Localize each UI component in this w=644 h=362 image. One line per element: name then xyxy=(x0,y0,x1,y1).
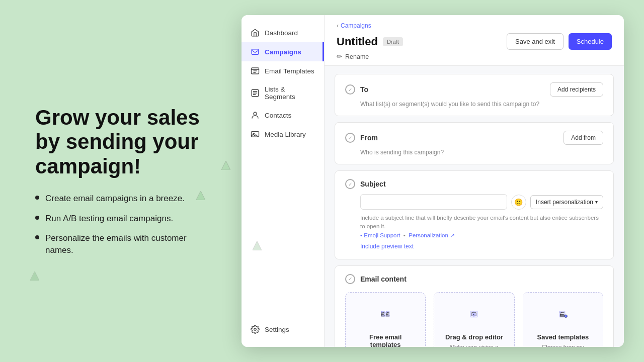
settings-label: Settings xyxy=(265,326,289,333)
sidebar-item-dashboard[interactable]: Dashboard xyxy=(242,23,324,42)
svg-rect-11 xyxy=(381,312,383,314)
rename-row: ✏ Rename xyxy=(337,53,612,60)
bullet-text-1: Create email campaigns in a breeze. xyxy=(45,193,185,205)
svg-point-9 xyxy=(254,328,257,331)
draft-badge: Draft xyxy=(383,37,403,46)
emoji-support-link[interactable]: • Emoji Support xyxy=(360,232,400,238)
sidebar-label-campaigns: Campaigns xyxy=(265,48,301,56)
drag-drop-icon-area xyxy=(456,301,492,328)
add-recipients-button[interactable]: Add recipients xyxy=(550,82,603,97)
sidebar-label-lists-segments: Lists & Segments xyxy=(265,85,315,101)
svg-rect-25 xyxy=(472,313,476,316)
lists-icon xyxy=(251,88,260,98)
email-content-section: Email content xyxy=(335,265,614,347)
svg-marker-1 xyxy=(221,161,230,170)
sidebar-label-email-templates: Email Templates xyxy=(265,67,314,75)
svg-marker-2 xyxy=(30,272,39,281)
emoji-button[interactable]: 🙂 xyxy=(511,195,526,210)
chevron-down-icon: ▾ xyxy=(595,199,598,205)
hero-title: Grow your sales by sending your campaign… xyxy=(35,106,216,178)
breadcrumb-arrow-icon: ‹ xyxy=(337,22,339,29)
svg-rect-19 xyxy=(388,312,389,313)
sidebar-item-email-templates[interactable]: Email Templates xyxy=(242,61,324,80)
svg-rect-20 xyxy=(388,313,389,313)
free-templates-card: Free email templates Choose from library… xyxy=(345,292,426,347)
title-area: Untitled Draft xyxy=(337,35,403,48)
saved-templates-card-title: Saved templates xyxy=(537,333,589,341)
bullet-item-2: Run A/B testing email campaigns. xyxy=(35,213,216,225)
bullet-item-3: Personalize the emails with customer nam… xyxy=(35,232,216,256)
content-check-icon xyxy=(345,274,355,284)
drag-drop-card: Drag & drop editor Make your vision a re… xyxy=(434,292,514,347)
header-row: Untitled Draft Save and exit Schedule xyxy=(337,33,612,50)
svg-rect-23 xyxy=(386,315,389,316)
to-title: To xyxy=(360,85,368,94)
bullet-dot xyxy=(35,235,39,239)
page-header: ‹ Campaigns Untitled Draft Save and exit… xyxy=(325,15,624,66)
sidebar: Dashboard Campaigns Email Templates List… xyxy=(242,15,325,347)
schedule-button[interactable]: Schedule xyxy=(569,33,612,50)
saved-templates-card-desc: Choose from my templates xyxy=(531,343,595,347)
add-from-button[interactable]: Add from xyxy=(564,131,603,145)
rename-button[interactable]: Rename xyxy=(345,53,369,60)
sidebar-item-settings[interactable]: Settings xyxy=(242,320,324,339)
svg-rect-15 xyxy=(381,314,384,315)
drag-drop-card-title: Drag & drop editor xyxy=(445,333,503,341)
home-icon xyxy=(251,28,260,37)
svg-rect-18 xyxy=(386,312,387,314)
subject-hint-text: Include a subject line that will briefly… xyxy=(360,215,599,229)
svg-rect-30 xyxy=(561,313,564,313)
bullet-dot xyxy=(35,196,39,200)
drag-drop-card-desc: Make your vision a reality! xyxy=(442,343,506,347)
svg-marker-3 xyxy=(253,241,262,250)
saved-templates-icon-area xyxy=(545,301,581,328)
save-exit-button[interactable]: Save and exit xyxy=(507,33,564,50)
to-section: To Add recipients What list(s) or segmen… xyxy=(335,74,614,116)
from-subtitle: Who is sending this campaign? xyxy=(360,149,603,156)
email-templates-icon xyxy=(251,66,260,75)
svg-rect-22 xyxy=(386,314,388,315)
sidebar-item-campaigns[interactable]: Campaigns xyxy=(242,42,324,61)
sidebar-label-contacts: Contacts xyxy=(265,112,291,119)
to-check-icon xyxy=(345,84,355,95)
svg-rect-14 xyxy=(381,314,384,314)
from-section: From Add from Who is sending this campai… xyxy=(335,122,614,164)
contacts-icon xyxy=(251,111,260,120)
breadcrumb-text[interactable]: Campaigns xyxy=(341,22,371,29)
insert-personalization-button[interactable]: Insert personalization ▾ xyxy=(530,195,603,209)
subject-hints: Include a subject line that will briefly… xyxy=(360,214,603,251)
preview-text-link[interactable]: Include preview text xyxy=(360,242,603,251)
svg-rect-32 xyxy=(560,315,564,315)
svg-rect-21 xyxy=(386,314,389,314)
svg-rect-28 xyxy=(560,312,561,314)
svg-rect-33 xyxy=(560,316,565,317)
bullet-item-1: Create email campaigns in a breeze. xyxy=(35,193,216,205)
left-panel: Grow your sales by sending your campaign… xyxy=(10,85,242,277)
free-templates-card-title: Free email templates xyxy=(354,333,417,347)
breadcrumb: ‹ Campaigns xyxy=(337,22,612,29)
svg-point-26 xyxy=(473,314,474,315)
bullet-text-3: Personalize the emails with customer nam… xyxy=(45,232,216,256)
email-content-header: Email content xyxy=(345,274,603,284)
svg-marker-0 xyxy=(196,191,205,200)
from-title: From xyxy=(360,134,378,142)
bullet-dot xyxy=(35,216,39,220)
page-title: Untitled xyxy=(337,35,378,48)
svg-rect-13 xyxy=(383,313,384,313)
sidebar-item-contacts[interactable]: Contacts xyxy=(242,106,324,125)
svg-rect-12 xyxy=(383,312,384,313)
personalization-link[interactable]: Personalization ↗ xyxy=(409,232,455,238)
subject-input[interactable] xyxy=(360,194,507,210)
sidebar-item-media-library[interactable]: Media Library xyxy=(242,125,324,144)
app-window: Dashboard Campaigns Email Templates List… xyxy=(242,15,624,347)
email-content-title: Email content xyxy=(360,275,407,283)
sidebar-spacer xyxy=(242,144,324,320)
sidebar-item-lists-segments[interactable]: Lists & Segments xyxy=(242,80,324,106)
from-section-header: From Add from xyxy=(345,131,603,145)
content-cards: Free email templates Choose from library… xyxy=(345,292,603,347)
bullet-list: Create email campaigns in a breeze. Run … xyxy=(35,193,216,256)
sidebar-label-media-library: Media Library xyxy=(265,131,306,138)
media-icon xyxy=(251,130,260,139)
from-check-icon xyxy=(345,133,355,143)
svg-rect-29 xyxy=(561,312,565,313)
